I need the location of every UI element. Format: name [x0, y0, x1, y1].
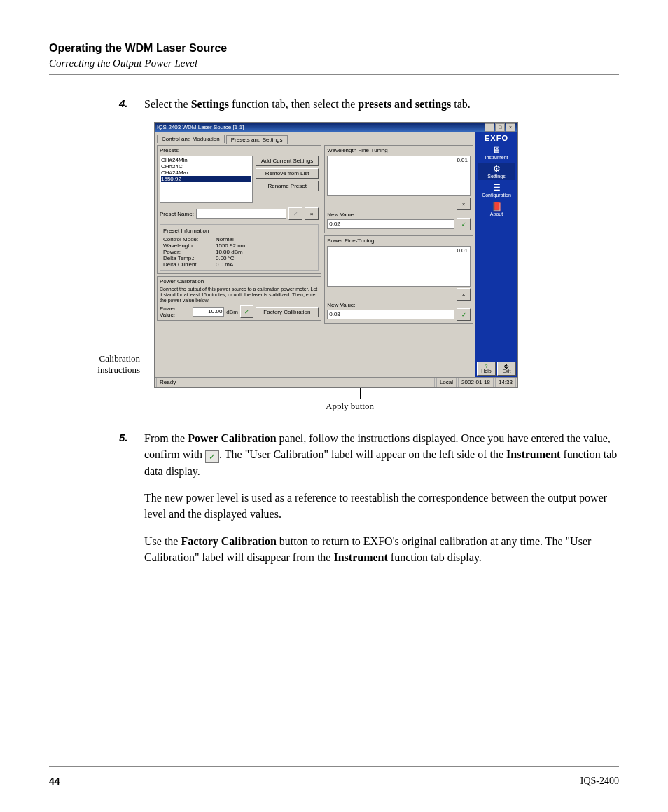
configuration-button[interactable]: ☰Configuration: [478, 181, 515, 199]
text: From the: [144, 432, 188, 444]
text-bold: Instrument: [333, 551, 387, 563]
remove-from-list-button[interactable]: Remove from List: [256, 168, 319, 179]
presets-label: Presets: [160, 147, 319, 153]
config-icon: ☰: [478, 183, 515, 193]
preset-information-group: Preset Information Control Mode:Normal W…: [160, 224, 319, 271]
text: function tab display.: [388, 551, 482, 563]
apply-icon[interactable]: ✓: [288, 207, 302, 220]
callout-apply-button: Apply button: [326, 401, 374, 412]
apply-icon[interactable]: ✓: [457, 308, 471, 321]
book-icon: 📕: [478, 202, 515, 212]
step-4: 4. Select the Settings function tab, the…: [119, 96, 619, 112]
list-item[interactable]: CH#24Max: [161, 170, 251, 176]
text-bold: Settings: [191, 98, 229, 110]
rename-preset-button[interactable]: Rename Preset: [256, 181, 319, 191]
close-button[interactable]: ×: [506, 123, 515, 132]
list-item[interactable]: CH#24C: [161, 163, 251, 170]
presets-group: Presets CH#24Min CH#24C CH#24Max 1550.92: [157, 145, 321, 274]
doc-id: IQS-2400: [580, 776, 619, 787]
minimize-button[interactable]: _: [485, 123, 494, 132]
footer-rule: [49, 766, 619, 767]
text-bold: Factory Calibration: [181, 535, 276, 547]
wavelength-new-value-input[interactable]: 0.02: [327, 219, 454, 229]
power-value-label: Power Value:: [160, 305, 190, 318]
step-5: 5. From the Power Calibration panel, fol…: [119, 430, 619, 479]
value: 0.0 mA: [216, 261, 233, 268]
label: Power:: [163, 249, 214, 255]
text: function tab, then select the: [229, 98, 358, 110]
group-title: Wavelength Fine-Tuning: [327, 147, 471, 153]
text-bold: presets and settings: [358, 98, 451, 110]
wavelength-slider[interactable]: 0.01: [327, 156, 471, 196]
slider-value: 0.01: [457, 247, 468, 254]
power-icon: ⏻: [504, 364, 509, 369]
new-value-label: New Value:: [327, 212, 355, 218]
help-icon: ?: [485, 364, 488, 369]
maximize-button[interactable]: □: [495, 123, 505, 132]
header-rule: [49, 74, 619, 75]
apply-calibration-button[interactable]: ✓: [240, 305, 253, 318]
tab-presets-settings[interactable]: Presets and Settings: [226, 135, 288, 144]
window-title: IQS-2403 WDM Laser Source [1-1]: [157, 123, 244, 132]
status-ready: Ready: [156, 378, 435, 387]
status-date: 2002-01-18: [458, 378, 494, 387]
clear-icon[interactable]: ×: [457, 198, 471, 210]
settings-button[interactable]: ⚙Settings: [478, 163, 515, 180]
paragraph: The new power level is used as a referen…: [144, 490, 619, 522]
app-window: IQS-2403 WDM Laser Source [1-1] _ □ × Co…: [154, 122, 518, 388]
text-bold: Power Calibration: [188, 432, 276, 444]
value: 1550.92 nm: [216, 242, 245, 249]
value: Normal: [216, 236, 234, 242]
add-current-settings-button[interactable]: Add Current Settings: [256, 156, 319, 166]
power-calibration-group: Power Calibration Connect the output of …: [157, 276, 321, 321]
status-bar: Ready Local 2002-01-18 14:33: [155, 377, 517, 387]
power-fine-tuning-group: Power Fine-Tuning 0.01 × New Value:: [324, 235, 473, 324]
text: . The "User Calibration" label will appe…: [219, 448, 506, 460]
status-local: Local: [436, 378, 457, 387]
group-title: Power Fine-Tuning: [327, 238, 471, 244]
group-legend: Preset Information: [163, 228, 315, 234]
calibration-instructions-text: Connect the output of this power source …: [160, 287, 319, 303]
tab-control-modulation[interactable]: Control and Modulation: [157, 135, 225, 143]
side-panel: EXFO 🖥Instrument ⚙Settings ☰Configuratio…: [475, 132, 517, 377]
step-number: 5.: [119, 430, 132, 479]
label: About: [490, 212, 503, 216]
clear-icon[interactable]: ×: [457, 288, 471, 301]
text: Select the: [144, 98, 191, 110]
list-item[interactable]: CH#24Min: [161, 157, 251, 163]
help-button[interactable]: ?Help: [477, 362, 496, 376]
gear-icon: ⚙: [478, 164, 515, 174]
text-bold: Instrument: [506, 448, 560, 460]
power-value-input[interactable]: 10.00: [193, 307, 224, 317]
factory-calibration-button[interactable]: Factory Calibration: [256, 307, 319, 317]
label: Control Mode:: [163, 236, 214, 242]
preset-name-input[interactable]: [196, 209, 286, 219]
label: Configuration: [482, 193, 511, 198]
titlebar: IQS-2403 WDM Laser Source [1-1] _ □ ×: [155, 123, 517, 132]
about-button[interactable]: 📕About: [478, 200, 515, 218]
cancel-icon[interactable]: ×: [305, 207, 319, 220]
section-title: Correcting the Output Power Level: [49, 57, 619, 69]
presets-listbox[interactable]: CH#24Min CH#24C CH#24Max 1550.92: [160, 156, 253, 203]
power-new-value-input[interactable]: 0.03: [327, 310, 454, 319]
callout-text: instructions: [97, 364, 140, 375]
new-value-label: New Value:: [327, 302, 355, 308]
check-icon: ✓: [205, 450, 219, 463]
power-slider[interactable]: 0.01: [327, 246, 471, 287]
wavelength-fine-tuning-group: Wavelength Fine-Tuning 0.01 × New Value:: [324, 145, 473, 233]
apply-icon[interactable]: ✓: [457, 218, 471, 230]
unit-label: dBm: [226, 309, 237, 315]
paragraph: Use the Factory Calibration button to re…: [144, 533, 619, 565]
callout-calibration-instructions: Calibration instructions: [70, 353, 140, 375]
callout-text: Calibration: [99, 353, 141, 364]
chapter-title: Operating the WDM Laser Source: [49, 42, 619, 55]
value: 0.00 ºC: [216, 255, 235, 261]
status-time: 14:33: [495, 378, 516, 387]
exit-button[interactable]: ⏻Exit: [497, 362, 516, 376]
label: Settings: [487, 174, 505, 179]
list-item[interactable]: 1550.92: [161, 176, 251, 182]
instrument-button[interactable]: 🖥Instrument: [478, 144, 515, 161]
callout-line: [141, 359, 154, 359]
label: Exit: [503, 369, 511, 373]
label: Wavelength:: [163, 242, 214, 249]
